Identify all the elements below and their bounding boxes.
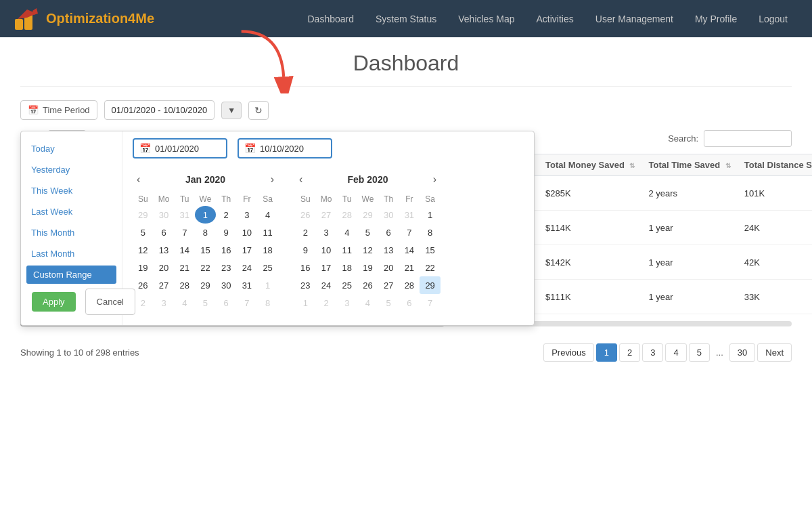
cal2-day[interactable]: 15 <box>420 241 441 259</box>
cal1-day[interactable]: 31 <box>174 206 195 224</box>
col-dist-saved[interactable]: Total Distance Saved ⇅ <box>738 154 812 176</box>
cal2-day[interactable]: 27 <box>378 276 399 294</box>
cal2-day[interactable]: 21 <box>399 259 420 276</box>
cal1-day[interactable]: 20 <box>154 259 175 276</box>
cal2-day[interactable]: 2 <box>295 224 316 241</box>
cal2-day[interactable]: 19 <box>357 259 378 276</box>
apply-button[interactable]: Apply <box>32 292 76 312</box>
cal1-day[interactable]: 17 <box>237 241 258 259</box>
search-input[interactable] <box>704 130 792 147</box>
cal2-day[interactable]: 31 <box>399 206 420 224</box>
cal1-day[interactable]: 5 <box>133 224 154 241</box>
cal1-day[interactable]: 1 <box>195 206 216 224</box>
cal2-day[interactable]: 18 <box>336 259 357 276</box>
cal1-day[interactable]: 31 <box>237 276 258 294</box>
cal1-day[interactable]: 9 <box>216 224 237 241</box>
nav-vehicles-map[interactable]: Vehicles Map <box>447 0 525 37</box>
cal1-day[interactable]: 3 <box>237 206 258 224</box>
cal1-day[interactable]: 10 <box>237 224 258 241</box>
cal2-day[interactable]: 28 <box>336 206 357 224</box>
cal1-day[interactable]: 14 <box>174 241 195 259</box>
nav-activities[interactable]: Activities <box>526 0 585 37</box>
refresh-button[interactable]: ↻ <box>248 101 269 120</box>
cal1-day[interactable]: 11 <box>257 224 278 241</box>
nav-dashboard[interactable]: Dashboard <box>296 0 365 37</box>
cal1-day[interactable]: 29 <box>195 276 216 294</box>
cal1-day[interactable]: 7 <box>237 294 258 312</box>
cal1-day[interactable]: 27 <box>154 276 175 294</box>
cal1-day[interactable]: 29 <box>133 206 154 224</box>
cal1-day[interactable]: 30 <box>216 276 237 294</box>
cal2-day[interactable]: 24 <box>316 276 337 294</box>
page-4-button[interactable]: 4 <box>665 343 686 362</box>
cal2-day[interactable]: 28 <box>399 276 420 294</box>
cal2-day[interactable]: 7 <box>420 294 441 312</box>
cal2-day[interactable]: 10 <box>316 241 337 259</box>
cal1-day[interactable]: 12 <box>133 241 154 259</box>
cal-prev-button[interactable]: ‹ <box>133 172 144 187</box>
cal2-day[interactable]: 1 <box>295 294 316 312</box>
cal1-day[interactable]: 15 <box>195 241 216 259</box>
cal-jan-next-button[interactable]: › <box>267 172 278 187</box>
quick-today[interactable]: Today <box>21 138 122 159</box>
cal1-day[interactable]: 25 <box>257 259 278 276</box>
cal1-day[interactable]: 28 <box>174 276 195 294</box>
cal2-day[interactable]: 22 <box>420 259 441 276</box>
cal2-day[interactable]: 26 <box>357 276 378 294</box>
cal2-day[interactable]: 14 <box>399 241 420 259</box>
page-5-button[interactable]: 5 <box>689 343 710 362</box>
col-money-saved[interactable]: Total Money Saved ⇅ <box>539 154 641 176</box>
nav-my-profile[interactable]: My Profile <box>684 0 748 37</box>
cal1-day[interactable]: 30 <box>154 206 175 224</box>
cal2-day[interactable]: 26 <box>295 206 316 224</box>
cal2-day[interactable]: 9 <box>295 241 316 259</box>
quick-last-week[interactable]: Last Week <box>21 201 122 222</box>
cal2-day[interactable]: 13 <box>378 241 399 259</box>
cal2-day[interactable]: 29 <box>357 206 378 224</box>
cal2-day[interactable]: 4 <box>336 224 357 241</box>
cal1-day[interactable]: 22 <box>195 259 216 276</box>
cal1-day[interactable]: 2 <box>216 206 237 224</box>
nav-user-management[interactable]: User Management <box>585 0 684 37</box>
cal2-day[interactable]: 27 <box>316 206 337 224</box>
cal1-day[interactable]: 19 <box>133 259 154 276</box>
page-2-button[interactable]: 2 <box>619 343 640 362</box>
cal1-day[interactable]: 4 <box>257 206 278 224</box>
quick-this-week[interactable]: This Week <box>21 180 122 201</box>
page-3-button[interactable]: 3 <box>642 343 663 362</box>
next-page-button[interactable]: Next <box>757 343 792 362</box>
quick-this-month[interactable]: This Month <box>21 222 122 243</box>
cal2-day[interactable]: 3 <box>316 224 337 241</box>
cal1-day[interactable]: 23 <box>216 259 237 276</box>
cal2-day[interactable]: 1 <box>420 206 441 224</box>
cal2-day[interactable]: 6 <box>399 294 420 312</box>
cal2-day[interactable]: 5 <box>378 294 399 312</box>
cal1-day[interactable]: 6 <box>154 224 175 241</box>
col-time-saved[interactable]: Total Time Saved ⇅ <box>641 154 737 176</box>
cal2-day[interactable]: 12 <box>357 241 378 259</box>
prev-page-button[interactable]: Previous <box>543 343 594 362</box>
cal1-day[interactable]: 8 <box>195 224 216 241</box>
time-period-button[interactable]: 📅 Time Period <box>20 100 97 120</box>
cal2-day[interactable]: 23 <box>295 276 316 294</box>
cal2-day[interactable]: 11 <box>336 241 357 259</box>
cal1-day[interactable]: 18 <box>257 241 278 259</box>
quick-custom-range[interactable]: Custom Range <box>26 266 116 284</box>
cal1-day[interactable]: 21 <box>174 259 195 276</box>
cal2-day[interactable]: 5 <box>357 224 378 241</box>
cal1-day[interactable]: 26 <box>133 276 154 294</box>
cal1-day[interactable]: 24 <box>237 259 258 276</box>
nav-logout[interactable]: Logout <box>748 0 798 37</box>
cal1-day[interactable]: 8 <box>257 294 278 312</box>
cal2-day[interactable]: 30 <box>378 206 399 224</box>
cal2-day[interactable]: 16 <box>295 259 316 276</box>
cal2-day[interactable]: 29 <box>420 276 441 294</box>
nav-system-status[interactable]: System Status <box>365 0 447 37</box>
cal2-day[interactable]: 20 <box>378 259 399 276</box>
end-date-input[interactable]: 📅 10/10/2020 <box>238 138 332 158</box>
cal1-day[interactable]: 1 <box>257 276 278 294</box>
quick-last-month[interactable]: Last Month <box>21 243 122 264</box>
dropdown-toggle-button[interactable]: ▼ <box>221 102 242 119</box>
cal-feb-next-button[interactable]: › <box>429 172 441 187</box>
cal1-day[interactable]: 2 <box>133 294 154 312</box>
